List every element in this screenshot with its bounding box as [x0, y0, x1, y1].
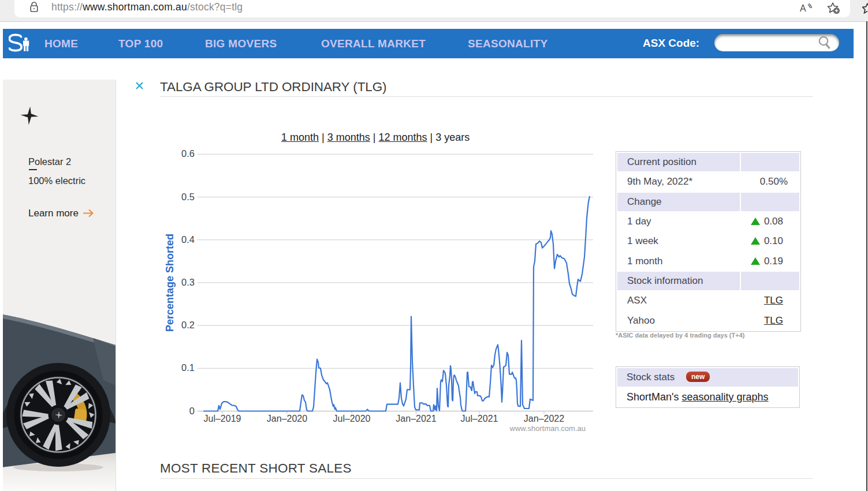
svg-text:0: 0: [189, 406, 195, 416]
svg-text:0.4: 0.4: [181, 234, 195, 245]
svg-text:Jan–2021: Jan–2021: [396, 414, 436, 423]
svg-text:0.2: 0.2: [181, 320, 195, 330]
svg-text:Jul–2019: Jul–2019: [204, 414, 241, 423]
svg-text:Jul–2021: Jul–2021: [461, 414, 498, 423]
svg-text:www.shortman.com.au: www.shortman.com.au: [509, 424, 586, 433]
svg-text:0.5: 0.5: [181, 192, 195, 202]
svg-text:Percentage Shorted: Percentage Shorted: [164, 234, 176, 332]
svg-text:Jan–2022: Jan–2022: [524, 414, 564, 423]
svg-text:Jan–2020: Jan–2020: [267, 414, 307, 423]
svg-text:0.1: 0.1: [181, 362, 195, 373]
svg-text:A: A: [800, 3, 806, 13]
svg-text:Jul–2020: Jul–2020: [333, 414, 371, 423]
svg-text:0.6: 0.6: [181, 148, 195, 159]
svg-text:0.3: 0.3: [181, 277, 195, 287]
